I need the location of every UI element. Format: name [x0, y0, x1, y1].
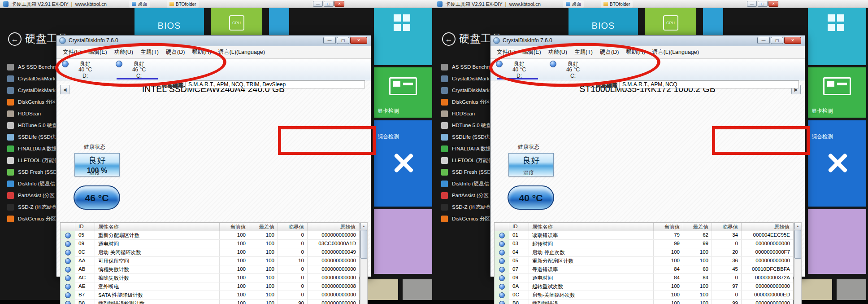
- tool-titlebar: 卡硬工具箱 V2.91 EX-DIY | www.kbtool.cn 桌面 BT…: [0, 0, 434, 8]
- table-scrollbar[interactable]: ▲ ▼: [794, 222, 802, 304]
- menu-item[interactable]: 语言(L)(Language): [649, 48, 703, 56]
- column-header-threshold[interactable]: 临界值: [278, 223, 308, 231]
- scroll-up-icon[interactable]: ▲: [794, 223, 801, 229]
- table-row[interactable]: 07 寻道错误率 84 60 45 00010DFCBBFA: [495, 265, 793, 274]
- sidebar-item-label: HDTune 5.0 硬盘: [452, 122, 491, 129]
- cell-id: 01: [509, 231, 529, 239]
- scroll-up-icon[interactable]: ▲: [360, 223, 367, 229]
- cell-current: 84: [654, 274, 683, 282]
- column-header-current[interactable]: 当前值: [654, 223, 683, 231]
- table-row[interactable]: 0A 起转重试次数 100 100 97 000000000000: [495, 282, 793, 291]
- tile-full-test[interactable]: 综合检测: [808, 120, 866, 207]
- table-row[interactable]: 0C 启动-关闭循环次数 100 100 0 0000000000ED: [495, 291, 793, 300]
- table-row[interactable]: 03 起转时间 99 99 0 000000000000: [495, 240, 793, 248]
- taskbar-item-folder[interactable]: BTOfolder: [167, 0, 199, 8]
- scrollbar-thumb[interactable]: [794, 230, 801, 259]
- cell-worst: 100: [683, 282, 712, 291]
- column-header-name[interactable]: 属性名称: [529, 223, 654, 231]
- cell-current: 100: [220, 291, 249, 299]
- tile-memory[interactable]: [808, 8, 866, 65]
- taskbar-item-desktop[interactable]: 桌面: [129, 0, 150, 8]
- cell-attribute-name: 重新分配扇区计数: [529, 257, 654, 265]
- minimize-button[interactable]: —: [323, 37, 336, 44]
- column-header-threshold[interactable]: 临界值: [712, 223, 742, 231]
- cell-worst: 100: [249, 240, 278, 248]
- table-scrollbar[interactable]: ▲ ▼: [360, 222, 368, 304]
- column-header-id[interactable]: ID: [75, 223, 95, 231]
- attribute-status-orb-icon: [499, 301, 505, 304]
- table-row[interactable]: AA 可用保留空间 100 100 10 000000000000: [61, 257, 359, 265]
- sidebar-item-label: DiskInfo (硬盘信: [18, 181, 55, 187]
- table-row[interactable]: 0C 启动-关闭循环次数 100 100 0 000000000049: [61, 248, 359, 257]
- cell-id: B8: [75, 300, 95, 304]
- table-row[interactable]: 04 启动-停止次数 100 100 20 0000000000F7: [495, 248, 793, 257]
- tile-tools-label: 综合检测: [378, 133, 399, 141]
- back-button[interactable]: ←: [442, 32, 456, 46]
- table-row[interactable]: 05 重新分配扇区计数 100 100 0 000000000000: [61, 231, 359, 240]
- column-header-id[interactable]: ID: [509, 223, 529, 231]
- table-row[interactable]: AE 意外断电 100 100 0 000000000008: [61, 282, 359, 291]
- app-icon: [441, 110, 448, 117]
- tool-close-button[interactable]: ✕: [768, 1, 778, 7]
- table-row[interactable]: B7 SATA 性能降级计数 100 100 0 000000000000: [61, 291, 359, 300]
- menu-item[interactable]: 语言(L)(Language): [215, 48, 269, 56]
- sidebar-item-label: DiskGenius 分区: [452, 216, 490, 222]
- close-button[interactable]: ✕: [784, 37, 801, 44]
- scrollbar-thumb[interactable]: [360, 230, 367, 259]
- cdi-titlebar[interactable]: CrystalDiskInfo 7.6.0 — ▢ ✕: [490, 35, 805, 46]
- table-row[interactable]: 09 通电时间 100 100 0 03CC00000A1D: [61, 240, 359, 248]
- table-row[interactable]: 05 重新分配扇区计数 100 100 36 000000000000: [495, 257, 793, 265]
- column-header-current[interactable]: 当前值: [220, 223, 249, 231]
- cell-raw-value: 00000000372A: [742, 274, 793, 282]
- column-header-raw[interactable]: 原始值: [308, 223, 359, 231]
- tool-minimize-button[interactable]: —: [747, 1, 757, 7]
- cell-threshold: 99: [712, 300, 742, 304]
- tool-maximize-button[interactable]: ▢: [758, 1, 768, 7]
- column-header-raw[interactable]: 原始值: [742, 223, 793, 231]
- tool-title: 卡硬工具箱 V2.91 EX-DIY | www.kbtool.cn: [12, 1, 107, 8]
- tile-gpu-test[interactable]: 显卡检测: [374, 67, 432, 118]
- sidebar-item-label: SSDLife (SSD优化: [452, 134, 495, 141]
- minimize-button[interactable]: —: [757, 37, 770, 44]
- app-icon: [7, 157, 14, 164]
- tile-blank-2: [837, 279, 866, 300]
- table-row[interactable]: 09 通电时间 84 84 0 00000000372A: [495, 274, 793, 282]
- app-icon: [7, 145, 14, 152]
- tool-maximize-button[interactable]: ▢: [324, 1, 334, 7]
- column-header-worst[interactable]: 最差值: [249, 223, 278, 231]
- tool-close-button[interactable]: ✕: [334, 1, 344, 7]
- back-button[interactable]: ←: [8, 32, 22, 46]
- table-row[interactable]: 01 读取错误率 79 62 34 000004EEC95E: [495, 231, 793, 240]
- taskbar-item-folder[interactable]: BTOfolder: [601, 0, 633, 8]
- cell-attribute-name: 寻道错误率: [529, 265, 654, 273]
- column-header-name[interactable]: 属性名称: [95, 223, 220, 231]
- cell-worst: 84: [683, 274, 712, 282]
- table-row[interactable]: B8 端到端错误 100 100 99 000000000000: [495, 300, 793, 304]
- cell-current: 100: [654, 291, 683, 299]
- sidebar-item-label: LLFTOOL (万能低: [452, 157, 493, 164]
- tile-gpu-test[interactable]: 显卡检测: [808, 67, 866, 118]
- tile-memory[interactable]: [374, 8, 432, 65]
- cell-current: 100: [654, 248, 683, 256]
- tile-full-test[interactable]: 综合检测: [374, 120, 432, 207]
- table-row[interactable]: AB 编程失败计数 100 100 0 000000000000: [61, 265, 359, 274]
- attribute-status-orb-icon: [499, 292, 505, 298]
- cell-raw-value: 000000000000: [308, 257, 359, 265]
- sidebar-item-label: PartAssist (分区: [18, 192, 55, 199]
- cell-raw-value: 000000000000: [308, 300, 359, 304]
- attribute-status-orb-icon: [499, 233, 505, 238]
- close-button[interactable]: ✕: [350, 37, 367, 44]
- app-icon: [7, 192, 14, 199]
- cdi-titlebar[interactable]: CrystalDiskInfo 7.6.0 — ▢ ✕: [56, 35, 371, 46]
- column-header-worst[interactable]: 最差值: [683, 223, 712, 231]
- cell-threshold: 36: [712, 257, 742, 265]
- table-row[interactable]: B8 端到端错误检测计数 100 100 90 000000000000: [61, 300, 359, 304]
- maximize-button[interactable]: ▢: [771, 37, 783, 44]
- cell-attribute-name: 通电时间: [95, 240, 220, 248]
- taskbar-item-desktop[interactable]: 桌面: [563, 0, 584, 8]
- maximize-button[interactable]: ▢: [337, 37, 349, 44]
- tool-minimize-button[interactable]: —: [313, 1, 323, 7]
- smart-attribute-table: ID 属性名称 当前值 最差值 临界值 原始值 05 重: [60, 222, 360, 304]
- sidebar-item-label: SSD-Z (固态硬盘: [452, 204, 491, 211]
- table-row[interactable]: AC 擦除失败计数 100 100 0 000000000000: [61, 274, 359, 282]
